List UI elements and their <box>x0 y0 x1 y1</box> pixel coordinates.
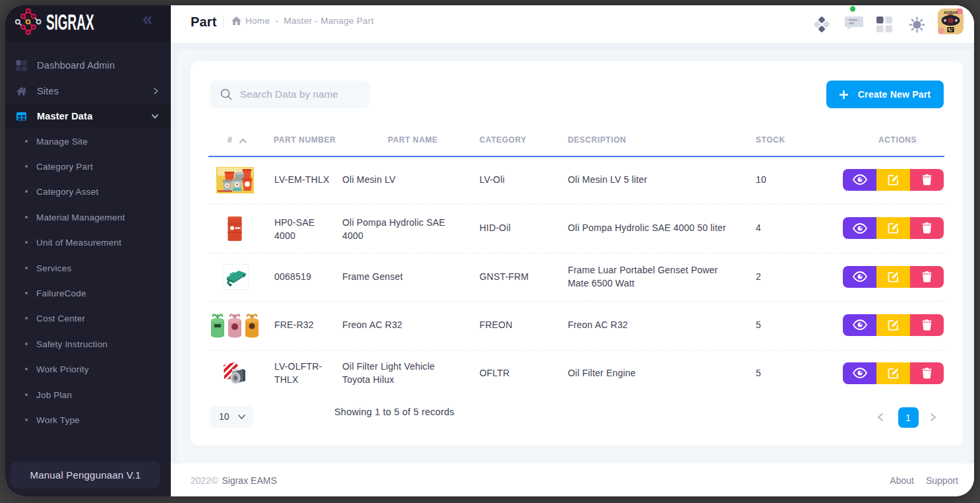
svg-text:SIGRAX: SIGRAX <box>46 11 94 34</box>
svg-text:SIGRAX: SIGRAX <box>944 11 958 15</box>
